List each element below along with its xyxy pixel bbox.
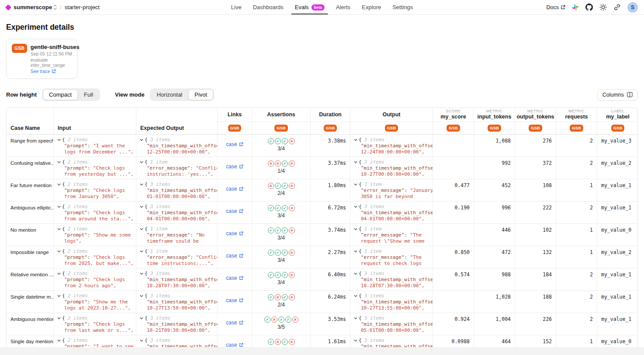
assertion-icons: ✓✓✓✕ bbox=[252, 138, 310, 144]
chevron-down-icon[interactable] bbox=[140, 205, 143, 209]
nav-tab-evals[interactable]: Evalsbeta bbox=[295, 0, 325, 14]
chevron-down-icon[interactable] bbox=[354, 339, 357, 342]
chevron-down-icon[interactable] bbox=[57, 339, 61, 342]
column-name: Assertions bbox=[267, 111, 295, 118]
json-items-count: 2 items bbox=[68, 248, 88, 254]
case-link[interactable]: case bbox=[226, 253, 243, 259]
json-value: from January 3050", bbox=[64, 194, 119, 199]
case-link[interactable]: case bbox=[226, 164, 243, 170]
chevron-down-icon[interactable] bbox=[57, 138, 61, 142]
cell-input-tokens: 1,028 bbox=[474, 291, 515, 313]
see-trace-link[interactable]: See trace bbox=[31, 69, 80, 74]
view-mode-option-horizontal[interactable]: Horizontal bbox=[151, 89, 189, 100]
cell-output-tokens: 188 bbox=[515, 291, 556, 313]
chevron-down-icon[interactable] bbox=[140, 294, 143, 298]
chevron-down-icon[interactable] bbox=[354, 272, 357, 275]
chevron-down-icon[interactable] bbox=[57, 250, 61, 253]
case-link[interactable]: case bbox=[226, 186, 243, 192]
cell-my-score: 0.924 bbox=[433, 313, 474, 335]
column-kicker: METRIC bbox=[486, 109, 502, 114]
chevron-down-icon[interactable] bbox=[57, 227, 61, 231]
row-height-option-compact[interactable]: Compact bbox=[43, 89, 78, 100]
theme-toggle-icon[interactable] bbox=[599, 3, 607, 11]
case-link[interactable]: case bbox=[226, 141, 243, 147]
case-link[interactable]: case bbox=[226, 275, 243, 281]
view-mode-option-pivot[interactable]: Pivot bbox=[188, 89, 213, 100]
columns-button[interactable]: Columns bbox=[597, 89, 638, 101]
chevron-down-icon[interactable] bbox=[354, 183, 357, 186]
chevron-down-icon[interactable] bbox=[354, 250, 357, 253]
cell-output: {1 item"error_message": "January3050 is … bbox=[350, 179, 433, 201]
assertion-fail-icon: ✕ bbox=[289, 138, 295, 144]
json-value: 12-24T00:00:00+00:00", bbox=[361, 149, 425, 155]
nav-tab-alerts[interactable]: Alerts bbox=[336, 0, 350, 14]
cell-output-tokens: 184 bbox=[515, 268, 556, 290]
chevron-down-icon[interactable] bbox=[354, 138, 357, 142]
chevron-down-icon[interactable] bbox=[354, 294, 357, 298]
chevron-down-icon[interactable] bbox=[354, 160, 357, 164]
chevron-down-icon[interactable] bbox=[57, 160, 61, 164]
cell-assertions: ✕✓✓✕2/4 bbox=[252, 179, 311, 201]
assertion-pass-icon: ✓ bbox=[282, 227, 288, 233]
cell-links: case bbox=[218, 246, 252, 268]
cell-my-score: 0.190 bbox=[433, 202, 474, 223]
nav-tab-live[interactable]: Live bbox=[231, 0, 242, 14]
breadcrumb: summerscope / starter-project bbox=[6, 4, 100, 10]
chevron-down-icon[interactable] bbox=[140, 160, 143, 164]
case-link[interactable]: case bbox=[226, 230, 243, 237]
link-icon[interactable] bbox=[613, 3, 621, 11]
json-open-brace: { bbox=[62, 338, 65, 344]
json-preview: "prompt": "Show me thelogs at 2023-10-27… bbox=[57, 299, 136, 311]
avatar[interactable]: S bbox=[627, 2, 638, 13]
cell-links: case bbox=[218, 135, 252, 157]
cell-input: {2 items"prompt": "Check logsfrom 2 hour… bbox=[54, 268, 136, 290]
chevron-down-icon[interactable] bbox=[57, 294, 61, 298]
column-kicker: SCORE bbox=[446, 109, 460, 114]
json-items-count: 2 items bbox=[68, 315, 88, 321]
cell-output-tokens: 102 bbox=[515, 224, 556, 246]
case-link[interactable]: case bbox=[226, 320, 243, 326]
chevron-down-icon[interactable] bbox=[354, 227, 357, 231]
chevron-down-icon[interactable] bbox=[140, 227, 143, 231]
json-key: "error_message" bbox=[147, 232, 190, 238]
org-switcher[interactable]: summerscope bbox=[14, 4, 57, 10]
chevron-down-icon[interactable] bbox=[354, 205, 357, 209]
github-icon[interactable] bbox=[585, 3, 593, 11]
chevron-down-icon[interactable] bbox=[354, 317, 357, 320]
json-items-count: 3 items bbox=[364, 137, 384, 143]
json-open-brace: { bbox=[359, 315, 362, 321]
chevron-down-icon[interactable] bbox=[140, 317, 143, 320]
chevron-down-icon[interactable] bbox=[57, 205, 61, 209]
json-value: 10-27T00:00:00+00:00", bbox=[361, 171, 425, 177]
docs-link[interactable]: Docs bbox=[547, 4, 565, 10]
case-link[interactable]: case bbox=[226, 297, 243, 303]
nav-tab-settings[interactable]: Settings bbox=[392, 0, 413, 14]
cell-output: {3 items"min_timestamp_with_offset"12-24… bbox=[350, 135, 433, 157]
external-link-icon bbox=[239, 343, 243, 347]
cell-input: {2 items"prompt": "Check logsfrom last w… bbox=[54, 313, 136, 335]
chevron-down-icon[interactable] bbox=[140, 272, 143, 275]
chevron-down-icon[interactable] bbox=[140, 250, 143, 253]
case-link[interactable]: case bbox=[226, 208, 243, 214]
chevron-down-icon[interactable] bbox=[140, 138, 143, 142]
slack-icon[interactable] bbox=[572, 4, 579, 11]
assertion-pass-icon: ✓ bbox=[268, 250, 274, 256]
chevron-down-icon[interactable] bbox=[57, 317, 61, 320]
page-footer-strip bbox=[0, 347, 644, 355]
column-name: requests bbox=[565, 114, 588, 121]
chevron-down-icon[interactable] bbox=[57, 272, 61, 275]
nav-tab-dashboards[interactable]: Dashboards bbox=[253, 0, 284, 14]
cell-requests: 2 bbox=[556, 135, 597, 157]
assertion-pass-icon: ✓ bbox=[264, 317, 270, 323]
nav-tab-label: Alerts bbox=[336, 4, 350, 10]
chevron-down-icon[interactable] bbox=[57, 183, 61, 186]
nav-tab-explore[interactable]: Explore bbox=[362, 0, 381, 14]
json-preview: "error_message": "Conflictiinstructions:… bbox=[140, 165, 217, 177]
chevron-down-icon[interactable] bbox=[140, 339, 143, 342]
json-key: "prompt" bbox=[64, 254, 87, 260]
json-value: "Check logs bbox=[93, 188, 125, 193]
chevron-down-icon[interactable] bbox=[140, 183, 143, 186]
json-preview: "prompt": "Check logsfrom 2 hours ago", bbox=[57, 277, 136, 289]
json-open-brace: { bbox=[62, 315, 65, 321]
row-height-option-full[interactable]: Full bbox=[78, 89, 99, 100]
